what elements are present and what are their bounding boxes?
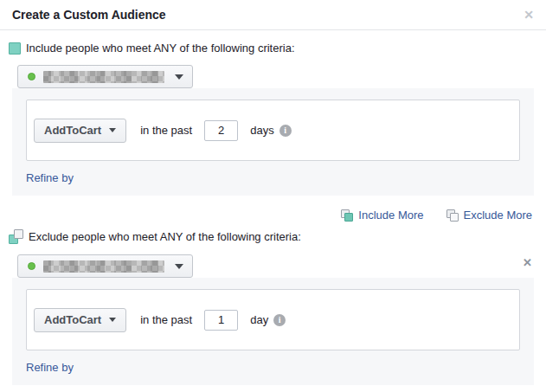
redacted-pixel-name (43, 260, 164, 273)
refine-by-link[interactable]: Refine by (26, 171, 74, 184)
exclude-heading-label: Exclude people who meet ANY of the follo… (29, 230, 301, 243)
pixel-source-dropdown[interactable] (17, 254, 193, 278)
exclude-rule-row: AddToCart in the past day i (34, 308, 511, 332)
info-icon[interactable]: i (279, 125, 292, 137)
include-more-label: Include More (358, 209, 423, 222)
in-the-past-label: in the past (140, 313, 192, 326)
event-label: AddToCart (44, 124, 101, 137)
include-heading-label: Include people who meet ANY of the follo… (26, 42, 295, 55)
include-heading-row: Include people who meet ANY of the follo… (9, 42, 534, 55)
days-unit-label: day (250, 313, 268, 326)
event-dropdown[interactable]: AddToCart (34, 308, 126, 332)
dialog-body: Include people who meet ANY of the follo… (0, 30, 546, 385)
chevron-down-icon (109, 318, 116, 322)
exclude-more-link[interactable]: Exclude More (446, 209, 532, 222)
event-label: AddToCart (44, 313, 101, 326)
include-section: Include people who meet ANY of the follo… (12, 42, 534, 196)
exclude-selector-row: ✕ (17, 254, 534, 278)
exclude-heading-row: Exclude people who meet ANY of the follo… (9, 229, 534, 244)
in-the-past-label: in the past (140, 124, 192, 137)
days-count-input[interactable] (204, 310, 238, 331)
info-icon[interactable]: i (273, 314, 286, 326)
days-count-input[interactable] (204, 120, 238, 141)
chevron-down-icon (109, 128, 116, 132)
include-rule-panel: AddToCart in the past days i Refine by (12, 88, 534, 196)
include-more-link[interactable]: Include More (341, 209, 423, 222)
exclude-rule-box: AddToCart in the past day i (26, 289, 520, 350)
exclude-more-label: Exclude More (464, 209, 532, 222)
create-custom-audience-dialog: Create a Custom Audience ✕ Include peopl… (0, 0, 546, 392)
exclude-square-icon (9, 229, 23, 244)
exclude-more-icon (446, 209, 459, 222)
audience-actions-row: Include More Exclude More (12, 209, 532, 222)
dialog-header: Create a Custom Audience ✕ (0, 0, 546, 30)
exclude-section: Exclude people who meet ANY of the follo… (12, 229, 534, 385)
exclude-rule-panel: AddToCart in the past day i Refine by (12, 278, 534, 385)
dialog-title: Create a Custom Audience (12, 8, 166, 22)
event-dropdown[interactable]: AddToCart (34, 119, 126, 143)
chevron-down-icon (175, 74, 183, 80)
online-status-dot-icon (28, 262, 35, 270)
chevron-down-icon (175, 264, 183, 269)
refine-by-link[interactable]: Refine by (26, 361, 74, 374)
include-square-icon (9, 42, 21, 55)
pixel-source-dropdown[interactable] (17, 65, 193, 88)
include-rule-row: AddToCart in the past days i (34, 119, 511, 143)
online-status-dot-icon (28, 73, 35, 80)
redacted-pixel-name (43, 71, 164, 83)
days-unit-label: days (250, 124, 273, 137)
include-selector-row (17, 65, 534, 88)
include-rule-box: AddToCart in the past days i (26, 100, 520, 161)
remove-exclusion-icon[interactable]: ✕ (521, 254, 534, 271)
include-more-icon (341, 209, 353, 222)
close-icon[interactable]: ✕ (524, 9, 534, 21)
